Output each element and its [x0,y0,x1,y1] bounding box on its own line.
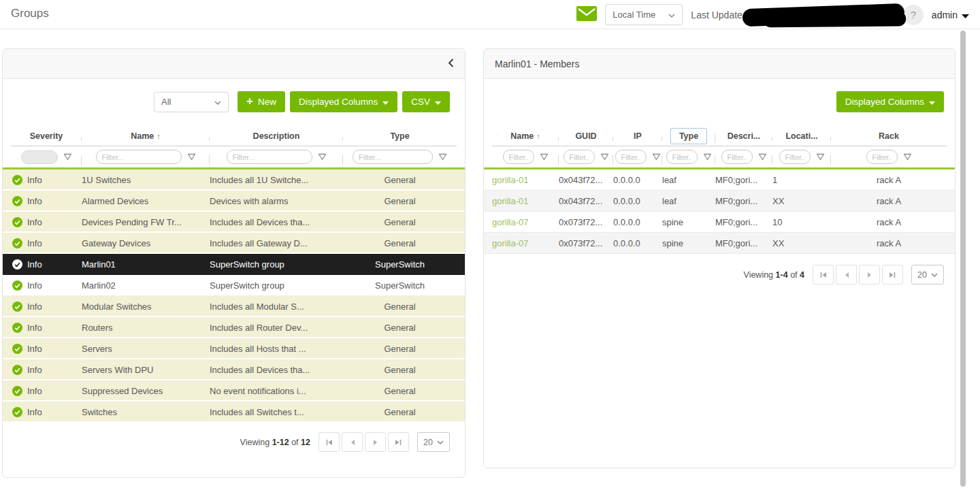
member-name-link[interactable]: gorilla-01 [492,196,528,206]
collapse-panel-button[interactable] [448,59,454,69]
first-page-icon [819,272,827,278]
new-group-button[interactable]: + New [238,91,285,112]
member-description: MF0;gori... [715,238,772,248]
filter-input[interactable] [721,150,753,164]
next-page-button[interactable] [365,432,386,452]
first-page-button[interactable] [813,265,834,284]
vertical-scrollbar[interactable] [960,31,966,487]
funnel-icon[interactable] [187,153,196,161]
funnel-icon[interactable] [318,153,327,161]
viewing-summary: Viewing 1-4 of 4 [744,270,804,280]
members-toolbar: Displayed Columns [484,91,944,112]
check-circle-icon [12,238,22,248]
filter-input[interactable] [564,150,595,164]
member-description: MF0;gori... [715,217,772,227]
group-row[interactable]: Info Servers With DPU Includes all Devic… [3,359,465,380]
group-row[interactable]: Info Modular Switches Includes all Modul… [3,296,465,317]
funnel-icon[interactable] [703,153,712,161]
group-row[interactable]: Info Servers Includes all Hosts that ...… [3,338,465,359]
prev-page-button[interactable] [342,432,363,452]
column-header-type[interactable]: Type [662,128,715,144]
column-header-name[interactable]: Name↑ [82,131,210,141]
member-row[interactable]: gorilla-01 0x043f72... 0.0.0.0 leaf MF0;… [484,169,955,191]
funnel-icon[interactable] [438,153,447,161]
filter-input[interactable] [666,150,698,164]
funnel-icon[interactable] [63,153,72,161]
filter-input[interactable] [779,150,811,164]
description-filter-input[interactable] [227,150,312,164]
member-row[interactable]: gorilla-07 0x073f72... 0.0.0.0 spine MF0… [484,233,955,254]
last-page-button[interactable] [388,432,409,452]
funnel-icon[interactable] [903,153,912,161]
group-row[interactable]: Info Alarmed Devices Devices with alarms… [3,191,465,212]
filter-cell [559,150,613,164]
funnel-icon[interactable] [758,153,767,161]
group-description: Includes all Devices tha... [210,217,343,227]
page-size-select[interactable]: 20 [911,265,944,284]
pager-buttons [813,265,903,284]
plus-icon: + [246,95,253,107]
member-row[interactable]: gorilla-07 0x073f72... 0.0.0.0 spine MF0… [484,212,955,233]
page-size-select[interactable]: 20 [417,432,450,452]
last-page-button[interactable] [882,265,903,284]
type-filter-input[interactable] [353,150,433,164]
csv-button-label: CSV [411,97,430,107]
member-name-link[interactable]: gorilla-07 [492,217,528,227]
column-header-type[interactable]: Type [343,131,457,141]
funnel-icon[interactable] [540,153,549,161]
member-name-link[interactable]: gorilla-01 [492,175,528,185]
last-page-icon [395,439,402,446]
member-row[interactable]: gorilla-01 0x043f72... 0.0.0.0 leaf MF0;… [484,191,955,212]
group-type: General [343,386,457,396]
group-description: No event notifications i... [210,386,343,396]
column-header-ip[interactable]: IP [613,131,662,141]
group-row[interactable]: Info Marlin02 SuperSwitch group SuperSwi… [3,275,465,296]
column-header-severity[interactable]: Severity [11,131,82,141]
next-page-icon [373,439,378,446]
group-row[interactable]: Info Suppressed Devices No event notific… [3,380,465,402]
group-row[interactable]: Info Switches Includes all Switches t...… [3,402,465,423]
description-filter-cell [210,150,343,164]
member-rack: rack A [831,196,947,206]
members-displayed-columns-button[interactable]: Displayed Columns [836,91,944,112]
mail-button[interactable] [576,6,597,24]
displayed-columns-button[interactable]: Displayed Columns [290,91,397,112]
member-type: spine [662,238,715,248]
next-page-button[interactable] [859,265,880,284]
group-row[interactable]: Info Devices Pending FW Tr... Includes a… [3,212,465,233]
group-scope-select[interactable]: All [154,92,229,112]
group-row[interactable]: Info 1U Switches Includes all 1U Switche… [3,169,465,191]
funnel-icon[interactable] [600,153,609,161]
first-page-button[interactable] [318,432,340,452]
funnel-icon[interactable] [816,153,825,161]
group-row[interactable]: Info Routers Includes all Router Dev... … [3,317,465,338]
check-circle-icon [12,323,22,333]
severity-filter-box[interactable] [21,150,58,164]
column-header-name[interactable]: Name↑ [492,131,559,141]
group-row[interactable]: Info Gateway Devices Includes all Gatewa… [3,233,465,254]
column-header-rack[interactable]: Rack [831,131,947,141]
group-type: General [343,175,457,185]
user-menu[interactable]: admin [932,10,969,20]
member-guid: 0x073f72... [559,217,613,227]
column-header-location[interactable]: Locati... [772,131,831,141]
severity-label: Info [27,259,42,270]
csv-button[interactable]: CSV [402,91,450,112]
filter-input[interactable] [866,150,898,164]
column-header-description[interactable]: Descri... [715,131,772,141]
column-header-description[interactable]: Description [210,131,343,141]
help-button[interactable]: ? [903,5,924,25]
filter-input[interactable] [503,150,534,164]
column-header-guid[interactable]: GUID [559,131,613,141]
name-filter-input[interactable] [96,150,182,164]
filter-input[interactable] [615,150,647,164]
timezone-select[interactable]: Local Time [605,4,683,25]
funnel-icon[interactable] [652,153,661,161]
chevron-left-icon [448,59,454,69]
member-name-link[interactable]: gorilla-07 [492,238,528,248]
members-panel-header: Marlin01 - Members [484,49,955,79]
severity-label: Info [27,344,42,354]
prev-page-button[interactable] [836,265,857,284]
check-circle-icon [12,217,22,227]
group-row[interactable]: Info Marlin01 SuperSwitch group SuperSwi… [3,254,465,275]
